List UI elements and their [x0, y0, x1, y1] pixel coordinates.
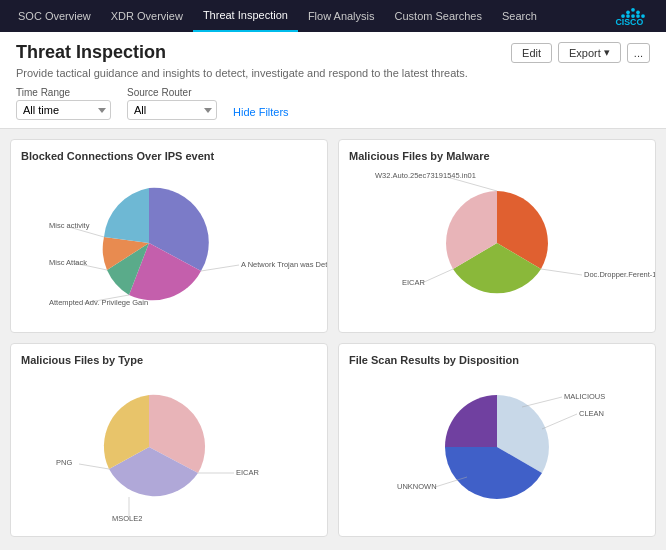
svg-text:CISCO: CISCO: [616, 17, 644, 26]
blocked-connections-title: Blocked Connections Over IPS event: [21, 150, 317, 162]
malicious-by-type-title: Malicious Files by Type: [21, 354, 317, 366]
nav-custom-searches[interactable]: Custom Searches: [385, 0, 492, 32]
page-header: Threat Inspection Edit Export ▾ ... Prov…: [0, 32, 666, 129]
label-misc-activity: Misc activity: [49, 221, 90, 230]
svg-point-1: [626, 10, 630, 14]
malicious-by-malware-card: Malicious Files by Malware Doc.Dropper.F…: [338, 139, 656, 333]
nav-bar: SOC Overview XDR Overview Threat Inspect…: [0, 0, 666, 32]
svg-line-13: [541, 269, 582, 275]
header-buttons: Edit Export ▾ ...: [511, 42, 650, 63]
svg-line-9: [201, 265, 239, 271]
hide-filters-link[interactable]: Hide Filters: [233, 106, 289, 118]
filters-row: Time Range All time Last hour Last 24 ho…: [16, 87, 650, 120]
malicious-by-malware-pie: Doc.Dropper.Ferent-100.sba.lg W32.Auto.2…: [367, 165, 627, 320]
more-options-button[interactable]: ...: [627, 43, 650, 63]
cisco-logo: CISCO: [608, 6, 658, 26]
edit-button[interactable]: Edit: [511, 43, 552, 63]
source-router-select[interactable]: All: [127, 100, 217, 120]
label-w32: W32.Auto.25ec73191545.in01: [375, 171, 476, 180]
malicious-by-type-card: Malicious Files by Type EICAR PNG MSOLE2: [10, 343, 328, 537]
nav-soc-overview[interactable]: SOC Overview: [8, 0, 101, 32]
svg-line-21: [522, 397, 562, 407]
file-scan-disposition-chart: CLEAN UNKNOWN MALICIOUS: [349, 370, 645, 522]
export-button[interactable]: Export ▾: [558, 42, 621, 63]
export-chevron-icon: ▾: [604, 46, 610, 59]
label-eicar-type: EICAR: [236, 468, 260, 477]
nav-xdr-overview[interactable]: XDR Overview: [101, 0, 193, 32]
label-clean: CLEAN: [579, 409, 604, 418]
svg-line-19: [542, 414, 577, 429]
blocked-connections-pie: A Network Trojan was Detected Attempted …: [44, 165, 294, 320]
svg-line-15: [422, 269, 453, 283]
svg-line-17: [79, 464, 109, 469]
time-range-select[interactable]: All time Last hour Last 24 hours Last 7 …: [16, 100, 111, 120]
label-privilege: Attempted Adv. Privilege Gain: [49, 298, 148, 307]
label-png: PNG: [56, 458, 72, 467]
label-dropper: Doc.Dropper.Ferent-100.sba.lg: [584, 270, 656, 279]
malicious-by-malware-title: Malicious Files by Malware: [349, 150, 645, 162]
time-range-filter: Time Range All time Last hour Last 24 ho…: [16, 87, 111, 120]
page-subtitle: Provide tactical guidance and insights t…: [16, 67, 650, 79]
file-scan-disposition-pie: CLEAN UNKNOWN MALICIOUS: [367, 369, 627, 524]
malicious-by-type-pie: EICAR PNG MSOLE2: [44, 369, 294, 524]
file-scan-disposition-title: File Scan Results by Disposition: [349, 354, 645, 366]
blocked-connections-card: Blocked Connections Over IPS event A Net…: [10, 139, 328, 333]
blocked-connections-chart: A Network Trojan was Detected Attempted …: [21, 166, 317, 318]
nav-flow-analysis[interactable]: Flow Analysis: [298, 0, 385, 32]
source-router-label: Source Router: [127, 87, 217, 98]
label-unknown: UNKNOWN: [397, 482, 437, 491]
svg-point-2: [636, 10, 640, 14]
svg-point-0: [631, 8, 635, 12]
charts-area: Blocked Connections Over IPS event A Net…: [0, 129, 666, 547]
malicious-by-malware-chart: Doc.Dropper.Ferent-100.sba.lg W32.Auto.2…: [349, 166, 645, 318]
nav-threat-inspection[interactable]: Threat Inspection: [193, 0, 298, 32]
label-trojan: A Network Trojan was Detected: [241, 260, 328, 269]
label-eicar-malware: EICAR: [402, 278, 426, 287]
file-scan-disposition-card: File Scan Results by Disposition CLEAN U…: [338, 343, 656, 537]
nav-search[interactable]: Search: [492, 0, 547, 32]
page-title: Threat Inspection: [16, 42, 166, 63]
label-msole2: MSOLE2: [112, 514, 142, 523]
source-router-filter: Source Router All: [127, 87, 217, 120]
time-range-label: Time Range: [16, 87, 111, 98]
malicious-by-type-chart: EICAR PNG MSOLE2: [21, 370, 317, 522]
label-misc-attack: Misc Attack: [49, 258, 87, 267]
label-malicious: MALICIOUS: [564, 392, 605, 401]
cisco-logo-svg: CISCO: [608, 6, 658, 26]
